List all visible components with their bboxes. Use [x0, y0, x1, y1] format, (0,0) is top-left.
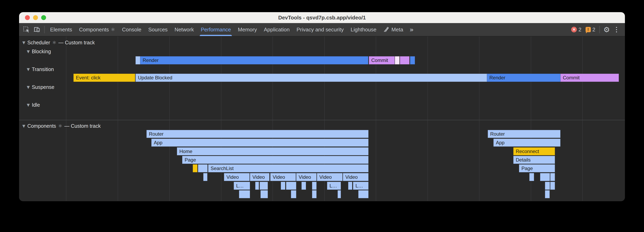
flame-bar[interactable]: [550, 182, 555, 190]
tab-performance[interactable]: Performance: [197, 23, 234, 36]
track-lane-label[interactable]: ▼Suspense: [27, 84, 54, 90]
track-lane-label[interactable]: ▼Blocking: [27, 48, 51, 55]
tab-lighthouse[interactable]: Lighthouse: [347, 23, 380, 36]
flame-bar-render[interactable]: Render: [140, 56, 368, 64]
flame-bar-commit[interactable]: Commit: [369, 56, 395, 64]
track-lane-label[interactable]: ▼Idle: [27, 102, 40, 108]
tab-memory[interactable]: Memory: [234, 23, 260, 36]
flame-bar[interactable]: [312, 190, 316, 198]
flame-bar[interactable]: [193, 164, 198, 172]
flame-bar-label: Reconnect: [513, 149, 539, 154]
flame-bar[interactable]: [203, 173, 207, 181]
tab-console[interactable]: Console: [118, 23, 145, 36]
flame-bar-reconnect[interactable]: Reconnect: [513, 147, 555, 155]
inspect-element-icon[interactable]: [21, 24, 32, 35]
flame-bar-label: Commit: [560, 75, 580, 81]
flame-bar-update-blocked[interactable]: Update Blocked: [136, 74, 487, 82]
track-header[interactable]: ▼Scheduler⚛— Custom track: [22, 39, 95, 46]
flame-bar[interactable]: [400, 56, 410, 64]
tab-network[interactable]: Network: [171, 23, 197, 36]
flame-bar[interactable]: [312, 182, 316, 190]
flame-bar-page[interactable]: Page: [519, 164, 555, 172]
triangle-down-icon: ▼: [27, 67, 30, 71]
atom-icon: ⚛: [52, 40, 56, 45]
title-bar[interactable]: DevTools - qsvd7p.csb.app/video/1: [19, 12, 625, 23]
flame-bar[interactable]: [395, 56, 400, 64]
track-lane-label[interactable]: ▼Transition: [27, 66, 54, 73]
flame-bar[interactable]: [540, 173, 550, 181]
flame-bar[interactable]: [286, 182, 296, 190]
triangle-down-icon: ▼: [27, 85, 30, 89]
flame-bar-page[interactable]: Page: [182, 156, 368, 164]
tab-privacy-and-security[interactable]: Privacy and security: [293, 23, 347, 36]
flame-bar-video[interactable]: Video: [296, 173, 316, 181]
flame-bar-label: L…: [353, 183, 363, 189]
flame-bar[interactable]: [239, 190, 250, 198]
flame-bar-video[interactable]: Video: [343, 173, 368, 181]
flame-bar-l-[interactable]: L…: [234, 182, 250, 190]
toolbar-separator: [44, 26, 45, 33]
flame-bar[interactable]: [136, 56, 140, 64]
flame-bar[interactable]: [529, 173, 534, 181]
minimize-window-button[interactable]: [33, 15, 38, 20]
flame-bar[interactable]: [260, 182, 268, 190]
flame-bar-details[interactable]: Details: [513, 156, 555, 164]
flame-bar[interactable]: [545, 182, 550, 190]
close-window-button[interactable]: [25, 15, 30, 20]
flame-bar-video[interactable]: Video: [317, 173, 342, 181]
track-header[interactable]: ▼Components⚛— Custom track: [22, 123, 101, 129]
flame-bar-app[interactable]: App: [494, 139, 560, 147]
tab-application[interactable]: Application: [260, 23, 293, 36]
tab-meta[interactable]: Meta: [380, 23, 406, 36]
flame-bar-searchlist[interactable]: SearchList: [208, 164, 368, 172]
settings-gear-icon[interactable]: ⚙: [602, 25, 612, 34]
flame-bar-router[interactable]: Router: [146, 130, 368, 138]
flame-bar[interactable]: [255, 182, 259, 190]
timeline-gridline: [582, 36, 583, 201]
flame-bar-router[interactable]: Router: [488, 130, 560, 138]
flame-bar[interactable]: [410, 56, 415, 64]
flame-bar[interactable]: [358, 190, 368, 198]
tab-components[interactable]: Components⚛: [76, 23, 118, 36]
flame-bar-l-[interactable]: L…: [327, 182, 341, 190]
flame-bar-app[interactable]: App: [151, 139, 368, 147]
flame-bar-label: Details: [513, 157, 530, 163]
more-tabs-button[interactable]: »: [406, 25, 416, 34]
timeline-gridline: [118, 36, 118, 201]
flame-bar-l-[interactable]: L…: [353, 182, 368, 190]
flame-bar[interactable]: [281, 182, 285, 190]
flame-bar[interactable]: [291, 190, 296, 198]
flame-bar-video[interactable]: Video: [270, 173, 296, 181]
track-label-text: Idle: [32, 102, 40, 108]
flame-bar-label: Router: [146, 131, 164, 137]
flame-bar[interactable]: [198, 164, 208, 172]
error-count: 2: [578, 26, 581, 33]
track-label-text: Suspense: [32, 84, 54, 90]
flame-bar-home[interactable]: Home: [177, 147, 368, 155]
flame-bar[interactable]: [348, 182, 352, 190]
flame-bar-video[interactable]: Video: [224, 173, 250, 181]
tab-elements[interactable]: Elements: [47, 23, 76, 36]
flame-bar-video[interactable]: Video: [250, 173, 270, 181]
tab-sources[interactable]: Sources: [145, 23, 171, 36]
tab-label: Performance: [201, 26, 231, 33]
warning-badge[interactable]: ! 2: [586, 26, 595, 33]
warning-icon: !: [586, 27, 591, 32]
flame-bar[interactable]: [338, 190, 341, 198]
flame-bar[interactable]: [545, 190, 550, 198]
error-badge[interactable]: ✕ 2: [571, 26, 581, 33]
flame-bar[interactable]: [550, 173, 555, 181]
flame-bar-label: L…: [327, 183, 337, 189]
flame-bar-event-click[interactable]: Event: click: [74, 74, 135, 82]
window-title: DevTools - qsvd7p.csb.app/video/1: [278, 14, 366, 21]
flame-bar-commit[interactable]: Commit: [560, 74, 619, 82]
flame-bar[interactable]: [260, 190, 268, 198]
flame-bar-label: Video: [270, 174, 285, 180]
zoom-window-button[interactable]: [41, 15, 46, 20]
flame-bar[interactable]: [302, 182, 306, 190]
kebab-menu-icon[interactable]: [612, 25, 621, 34]
flame-bar-render[interactable]: Render: [487, 74, 560, 82]
performance-flame-chart[interactable]: ▼Scheduler⚛— Custom track▼Blocking▼Trans…: [19, 36, 625, 201]
device-toolbar-icon[interactable]: [32, 24, 42, 35]
track-label-text: Scheduler: [28, 40, 50, 46]
